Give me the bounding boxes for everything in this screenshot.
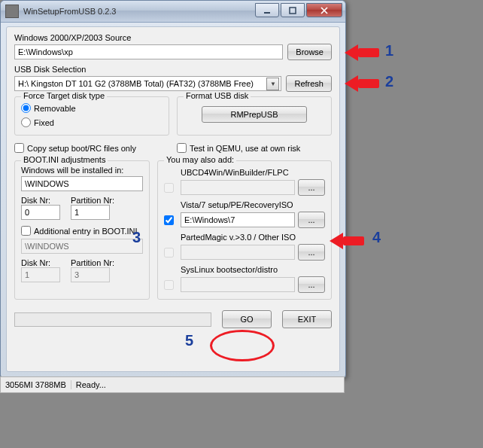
format-legend: Format USB disk — [184, 91, 251, 100]
also-check-3 — [164, 280, 174, 290]
source-path-input[interactable] — [14, 44, 283, 59]
additional-entry-checkbox[interactable] — [21, 226, 31, 236]
bootini-group: BOOT.INI adjustments Windows will be ins… — [14, 160, 150, 300]
also-path-3 — [181, 277, 295, 292]
copy-rc-label: Copy setup boot/RC files only — [27, 144, 136, 153]
anno-arrow-1 — [345, 44, 379, 61]
chevron-down-icon: ▼ — [266, 78, 279, 90]
additional-entry-row[interactable]: Additional entry in BOOT.INI — [21, 226, 143, 236]
go-button[interactable]: GO — [222, 310, 272, 328]
copy-rc-row[interactable]: Copy setup boot/RC files only — [14, 143, 169, 153]
install-path-2 — [21, 239, 143, 254]
browse-button[interactable]: Browse — [287, 44, 332, 60]
anno-num-4: 4 — [372, 229, 381, 246]
fixed-label: Fixed — [34, 118, 54, 127]
also-check-1[interactable] — [164, 215, 174, 225]
window-title: WinSetupFromUSB 0.2.3 — [23, 7, 117, 16]
status-bar: 3056MI 3788MB Ready... — [0, 376, 345, 393]
installed-in-label: Windows will be installed in: — [21, 166, 143, 175]
disknr-input-1[interactable] — [21, 205, 60, 220]
status-text: Ready... — [71, 380, 344, 389]
fixed-radio-row[interactable]: Fixed — [21, 117, 163, 127]
anno-num-2: 2 — [385, 73, 393, 90]
also-legend: You may also add: — [164, 155, 236, 164]
also-label-0: UBCD4Win/WinBuilder/FLPC — [181, 168, 325, 177]
also-check-2 — [164, 248, 174, 258]
usb-disk-value: H:\ Kingston DT 101 G2 (3788MB Total) (F… — [18, 79, 254, 88]
refresh-button[interactable]: Refresh — [286, 75, 332, 92]
force-legend: Force Target disk type — [21, 91, 107, 100]
client-area: Windows 2000/XP/2003 Source Browse USB D… — [6, 26, 340, 372]
partnr-input-1[interactable] — [71, 205, 110, 220]
also-label-3: SysLinux bootsector/distro — [181, 265, 325, 274]
partnr-label-2: Partition Nr: — [71, 258, 114, 267]
close-button[interactable] — [306, 3, 342, 17]
copy-rc-checkbox[interactable] — [14, 143, 24, 153]
titlebar: WinSetupFromUSB 0.2.3 — [1, 1, 345, 23]
also-path-0 — [181, 180, 295, 195]
anno-num-1: 1 — [385, 42, 393, 59]
removable-radio[interactable] — [21, 103, 31, 113]
partnr-input-2 — [71, 267, 110, 282]
bootini-legend: BOOT.INI adjustments — [21, 155, 108, 164]
partnr-label-1: Partition Nr: — [71, 196, 114, 205]
also-path-2 — [181, 245, 295, 260]
source-label: Windows 2000/XP/2003 Source — [14, 33, 332, 42]
also-browse-3[interactable]: ... — [298, 276, 325, 293]
rmprepusb-button[interactable]: RMPrepUSB — [202, 106, 307, 123]
test-qemu-label: Test in QEMU, use at own risk — [190, 144, 300, 153]
disknr-label-2: Disk Nr: — [21, 258, 60, 267]
maximize-button[interactable] — [281, 3, 305, 17]
minimize-button[interactable] — [255, 3, 279, 17]
also-check-0 — [164, 183, 174, 193]
svg-rect-1 — [290, 8, 296, 14]
fixed-radio[interactable] — [21, 117, 31, 127]
also-label-2: PartedMagic v.>3.0 / Other ISO — [181, 233, 325, 242]
also-path-1[interactable] — [181, 212, 295, 227]
test-qemu-checkbox[interactable] — [177, 143, 187, 153]
usb-disk-combo[interactable]: H:\ Kingston DT 101 G2 (3788MB Total) (F… — [14, 76, 281, 91]
also-add-group: You may also add: UBCD4Win/WinBuilder/FL… — [157, 160, 332, 300]
force-disk-type-group: Force Target disk type Removable Fixed — [14, 96, 169, 136]
disknr-input-2 — [21, 267, 60, 282]
disknr-label-1: Disk Nr: — [21, 196, 60, 205]
app-icon — [5, 5, 19, 18]
anno-arrow-2 — [345, 75, 379, 92]
app-window: WinSetupFromUSB 0.2.3 Windows 2000/XP/20… — [0, 0, 346, 378]
exit-button[interactable]: EXIT — [282, 310, 332, 328]
usb-label: USB Disk Selection — [14, 65, 332, 74]
progress-bar — [14, 312, 211, 327]
test-qemu-row[interactable]: Test in QEMU, use at own risk — [177, 143, 332, 153]
format-usb-group: Format USB disk RMPrepUSB — [177, 96, 332, 136]
additional-entry-label: Additional entry in BOOT.INI — [34, 227, 138, 236]
removable-radio-row[interactable]: Removable — [21, 103, 163, 113]
removable-label: Removable — [34, 104, 76, 113]
status-size: 3056MI 3788MB — [1, 380, 71, 389]
also-browse-2[interactable]: ... — [298, 244, 325, 261]
also-browse-1[interactable]: ... — [298, 212, 325, 228]
also-label-1: Vista/7 setup/PE/RecoveryISO — [181, 200, 325, 209]
install-path-1[interactable] — [21, 176, 143, 191]
also-browse-0[interactable]: ... — [298, 179, 325, 196]
